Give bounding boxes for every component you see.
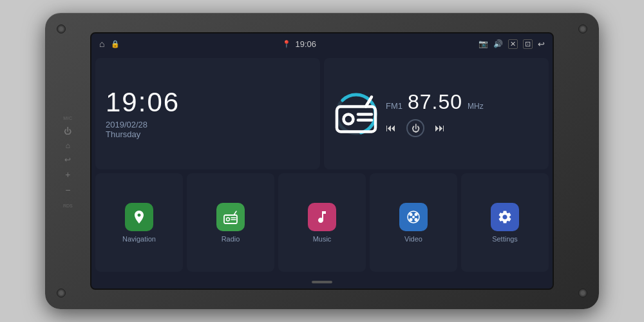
rds-label: RDS [63,201,73,209]
app-radio[interactable]: Radio [187,173,274,272]
screw-tr [578,24,587,33]
app-settings[interactable]: Settings [461,173,549,272]
location-icon: 📍 [282,40,291,48]
screw-br [578,289,587,298]
close-icon[interactable]: ✕ [508,39,518,49]
music-icon [308,203,336,231]
svg-point-17 [412,216,415,218]
back-nav-icon[interactable]: ↩ [538,39,545,49]
lock-icon: 🔒 [111,40,120,48]
clock-time: 19:06 [106,89,310,116]
window-icon[interactable]: ⊡ [523,39,533,49]
prev-track-button[interactable]: ⏮ [386,122,396,134]
svg-point-15 [410,218,413,221]
svg-point-16 [415,218,418,221]
app-video[interactable]: Video [370,173,457,272]
radio-center-icon [333,89,379,138]
app-music[interactable]: Music [278,173,366,272]
mic-label: MIC [63,113,73,121]
bottom-indicator [312,281,332,283]
navigation-label: Navigation [122,235,156,243]
main-screen: ⌂ 🔒 📍 19:06 📷 🔊 ✕ ⊡ ↩ 19:06 2019/02/28 [90,32,554,290]
radio-info: FM1 87.50 MHz ⏮ ⏻ ⏭ [386,90,540,137]
screw-bl [57,289,66,298]
status-time: 19:06 [295,39,316,49]
video-label: Video [404,235,422,243]
status-center: 📍 19:06 [282,39,316,49]
navigation-icon [125,203,153,231]
power-button[interactable]: ⏻ [63,128,73,135]
clock-card: 19:06 2019/02/28 Thursday [95,58,320,169]
clock-date: 2019/02/28 Thursday [106,120,310,139]
svg-point-3 [344,114,354,124]
radio-band: FM1 [386,101,402,111]
radio-app-icon [216,203,245,231]
power-toggle-button[interactable]: ⏻ [406,119,424,137]
screw-tl [57,24,66,33]
music-label: Music [313,235,332,243]
camera-icon[interactable]: 📷 [478,39,488,48]
volume-icon[interactable]: 🔊 [493,39,503,48]
radio-controls: ⏮ ⏻ ⏭ [386,119,540,137]
main-content: 19:06 2019/02/28 Thursday [91,54,553,276]
radio-frequency: 87.50 [408,90,462,114]
back-button[interactable]: ↩ [63,156,73,164]
video-icon [399,203,428,231]
svg-point-13 [410,213,413,216]
status-bar: ⌂ 🔒 📍 19:06 📷 🔊 ✕ ⊡ ↩ [91,33,553,54]
bottom-bar [91,276,553,289]
left-physical-buttons: MIC ⏻ ⌂ ↩ + − RDS [63,113,73,209]
status-right: 📷 🔊 ✕ ⊡ ↩ [478,39,545,49]
status-left: ⌂ 🔒 [99,39,120,49]
next-track-button[interactable]: ⏭ [435,122,445,134]
svg-point-8 [227,218,230,221]
radio-arc[interactable] [333,91,379,137]
vol-up-button[interactable]: + [63,170,73,179]
svg-point-14 [415,213,418,216]
radio-unit: MHz [468,102,484,111]
vol-down-button[interactable]: − [63,185,73,194]
settings-icon [491,203,519,231]
home-button[interactable]: ⌂ [63,142,73,149]
app-grid: Navigation Radio [95,173,549,272]
radio-label: Radio [222,235,240,243]
app-navigation[interactable]: Navigation [95,173,183,272]
radio-card: FM1 87.50 MHz ⏮ ⏻ ⏭ [324,58,549,169]
device-body: MIC ⏻ ⌂ ↩ + − RDS ⌂ 🔒 📍 19:06 📷 🔊 ✕ [45,13,599,309]
settings-label: Settings [492,235,518,243]
home-icon[interactable]: ⌂ [99,39,104,49]
